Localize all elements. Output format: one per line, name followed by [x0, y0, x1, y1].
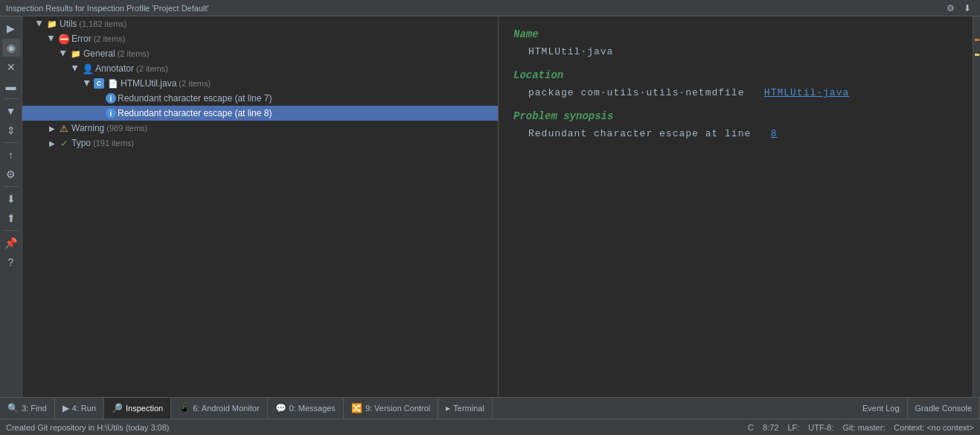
tree-item-htmlutil[interactable]: ▶ C 📄 HTMLUtil.java (2 items) — [22, 76, 498, 91]
settings-btn[interactable]: ⚙ — [2, 165, 20, 183]
tab-android-monitor[interactable]: 📱 6: Android Monitor — [171, 398, 267, 419]
status-position: 8:72 — [763, 423, 778, 432]
strip-marker-1 — [975, 39, 979, 41]
title-bar-actions: ⚙ ⬇ — [944, 3, 974, 13]
count-utils: (1,182 items) — [79, 19, 126, 28]
java-file-icon: 📄 — [107, 77, 119, 89]
label-typo: Typo — [71, 138, 91, 148]
tab-run-label: 4: Run — [72, 404, 96, 413]
filter-btn[interactable]: ▼ — [2, 102, 20, 120]
label-error: Error — [71, 34, 92, 44]
tab-find[interactable]: 🔍 3: Find — [0, 398, 55, 419]
main-content: ▶ ◉ ✕ ▬ ▼ ⇕ ↑ ⚙ ⬇ ⬆ 📌 ? ▶ 📁 Utils (1,182… — [0, 16, 980, 397]
tab-version-control[interactable]: 🔀 9: Version Control — [344, 398, 438, 419]
count-general: (2 items) — [118, 49, 150, 58]
tree-item-typo[interactable]: ▶ ✓ Typo (191 items) — [22, 136, 498, 150]
status-encoding: UTF-8: — [808, 423, 833, 432]
help-btn[interactable]: ? — [2, 253, 20, 271]
up-btn[interactable]: ↑ — [2, 146, 20, 164]
label-annotator: Annotator — [95, 63, 134, 74]
arrow-utils: ▶ — [34, 18, 46, 30]
status-bar: Created Git repository in H:\Utils (toda… — [0, 419, 980, 435]
messages-icon: 💬 — [275, 403, 286, 413]
tab-event-log[interactable]: Event Log — [855, 398, 908, 419]
location-link[interactable]: HTMLUtil·java — [764, 87, 849, 98]
run-btn[interactable]: ▶ — [2, 19, 20, 37]
tab-vc-label: 9: Version Control — [365, 404, 430, 413]
label-issue2: Redundant character escape (at line 8) — [118, 108, 272, 118]
title-bar-text: Inspection Results for Inspection Profil… — [6, 4, 209, 13]
bottom-tabs: 🔍 3: Find ▶ 4: Run 🔎 Inspection 📱 6: And… — [0, 397, 980, 419]
problem-text: Redundant character escape at line — [528, 128, 751, 139]
problem-value: Redundant character escape at line 8 — [528, 128, 958, 139]
label-issue1: Redundant character escape (at line 7) — [118, 93, 272, 104]
arrow-annotator: ▶ — [70, 63, 82, 74]
inspection-icon: 🔎 — [112, 403, 123, 413]
tree-item-general[interactable]: ▶ 📁 General (2 items) — [22, 46, 498, 61]
tree-item-annotator[interactable]: ▶ 👤 Annotator (2 items) — [22, 61, 498, 76]
detail-panel: Name HTMLUtil·java Location package com·… — [499, 16, 973, 397]
tab-find-label: 3: Find — [22, 404, 47, 413]
separator-1 — [4, 98, 19, 99]
close-btn[interactable]: ✕ — [2, 58, 20, 76]
location-package: package com·utils·utils·netmdfile — [528, 87, 744, 98]
problem-link[interactable]: 8 — [771, 128, 778, 139]
run-tab-icon: ▶ — [63, 403, 69, 413]
status-git: Git: master: — [843, 423, 885, 432]
separator-2 — [4, 142, 19, 143]
name-text: HTMLUtil·java — [528, 46, 613, 57]
target-btn[interactable]: ◉ — [2, 39, 20, 57]
check-icon: ✓ — [58, 137, 70, 149]
expand-btn[interactable]: ⇕ — [2, 121, 20, 139]
tab-messages[interactable]: 💬 0: Messages — [268, 398, 344, 419]
strip-marker-2 — [975, 54, 979, 56]
info-icon-1: i — [106, 93, 116, 104]
label-utils: Utils — [60, 19, 77, 29]
name-title: Name — [513, 28, 958, 40]
separator-3 — [4, 186, 19, 187]
settings-title-btn[interactable]: ⚙ — [944, 3, 958, 13]
tree-item-issue1[interactable]: ▶ i Redundant character escape (at line … — [22, 91, 498, 106]
folder-icon-utils: 📁 — [46, 18, 58, 30]
tab-terminal-label: Terminal — [453, 404, 484, 413]
tree-item-warning[interactable]: ▶ ⚠ Warning (989 items) — [22, 121, 498, 136]
tree-item-issue2[interactable]: ▶ i Redundant character escape (at line … — [22, 106, 498, 121]
status-message: Created Git repository in H:\Utils (toda… — [6, 423, 169, 432]
tab-terminal[interactable]: ▸ Terminal — [438, 398, 493, 419]
label-warning: Warning — [71, 123, 104, 133]
tree-item-error[interactable]: ▶ ⛔ Error (2 items) — [22, 31, 498, 46]
tree-item-utils[interactable]: ▶ 📁 Utils (1,182 items) — [22, 16, 498, 31]
status-right: C 8:72 LF: UTF-8: Git: master: Context: … — [748, 423, 974, 432]
location-title: Location — [513, 69, 958, 81]
arrow-error: ▶ — [46, 33, 58, 45]
info-icon-2: i — [106, 108, 116, 118]
count-warning: (989 items) — [106, 124, 147, 133]
minimize-btn[interactable]: ▬ — [2, 77, 20, 95]
error-icon: ⛔ — [58, 33, 70, 45]
find-icon: 🔍 — [7, 403, 19, 413]
separator-4 — [4, 230, 19, 231]
title-bar: Inspection Results for Inspection Profil… — [0, 0, 980, 16]
close-title-btn[interactable]: ⬇ — [961, 3, 974, 13]
right-strip — [973, 16, 980, 397]
tab-run[interactable]: ▶ 4: Run — [55, 398, 104, 419]
tab-android-label: 6: Android Monitor — [193, 404, 259, 413]
tab-inspection-label: Inspection — [126, 404, 163, 413]
export-btn[interactable]: ⬇ — [2, 190, 20, 208]
pin-btn[interactable]: 📌 — [2, 234, 20, 252]
tab-inspection[interactable]: 🔎 Inspection — [104, 398, 171, 419]
arrow-general: ▶ — [58, 48, 70, 60]
left-toolbar: ▶ ◉ ✕ ▬ ▼ ⇕ ↑ ⚙ ⬇ ⬆ 📌 ? — [0, 16, 22, 397]
count-typo: (191 items) — [93, 139, 134, 147]
folder-icon-general: 📁 — [70, 48, 82, 60]
event-log-label: Event Log — [862, 404, 900, 413]
java-c-icon: C — [94, 78, 104, 89]
arrow-htmlutil: ▶ — [82, 77, 94, 89]
terminal-icon: ▸ — [446, 403, 450, 413]
warning-icon: ⚠ — [58, 122, 70, 134]
tab-messages-label: 0: Messages — [289, 404, 336, 413]
import-btn[interactable]: ⬆ — [2, 209, 20, 227]
count-error: (2 items) — [94, 34, 126, 43]
tab-gradle-console[interactable]: Gradle Console — [908, 398, 980, 419]
vc-icon: 🔀 — [351, 403, 362, 413]
